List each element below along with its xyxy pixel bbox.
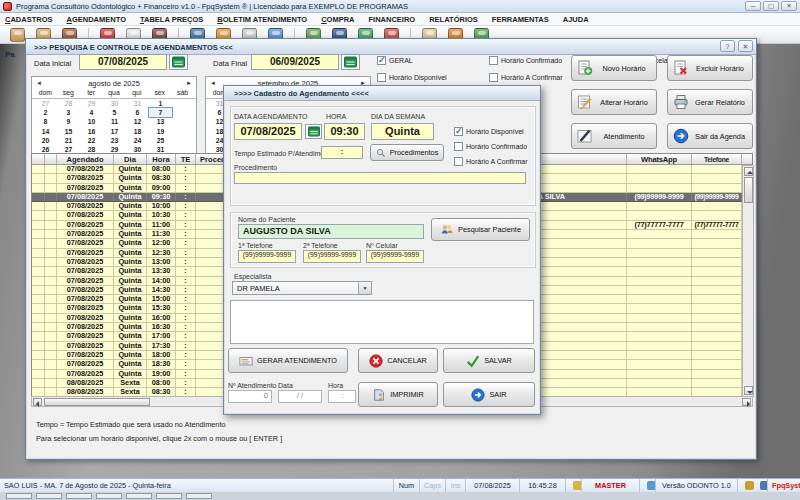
- calendar-day[interactable]: 10: [80, 117, 103, 126]
- vertical-scrollbar[interactable]: [742, 165, 754, 397]
- table-header-whatsapp: WhatsApp: [627, 154, 692, 164]
- data-inicial-calendar-button[interactable]: [169, 54, 188, 70]
- calendar-day[interactable]: 2: [34, 108, 57, 117]
- calendar-day[interactable]: 17: [103, 127, 126, 136]
- sair-da-agenda-button[interactable]: Sair da Agenda: [667, 123, 753, 149]
- menu-item-ajuda[interactable]: AJUDA: [563, 15, 589, 24]
- calendar-day[interactable]: 4: [80, 108, 103, 117]
- help-button[interactable]: ?: [720, 40, 735, 52]
- agenda-close-button[interactable]: ✕: [738, 40, 753, 52]
- scroll-thumb[interactable]: [44, 398, 150, 406]
- scroll-right-arrow[interactable]: [742, 398, 751, 406]
- data-final-field[interactable]: 06/09/2025: [251, 54, 339, 70]
- calendar-day[interactable]: 7: [149, 108, 172, 117]
- calendar-day[interactable]: 20: [34, 136, 57, 145]
- calendar-day[interactable]: 22: [80, 136, 103, 145]
- geral-checkbox[interactable]: [377, 56, 386, 65]
- imprimir-button[interactable]: IMPRIMIR: [358, 382, 438, 407]
- menu-item-relat-rios[interactable]: RELATÓRIOS: [429, 15, 478, 24]
- gerar-relat-rio-button[interactable]: Gerar Relatório: [667, 89, 753, 115]
- dialog-status-hor-rio-a-confirmar[interactable]: Horário A Confirmar: [454, 157, 527, 166]
- tel2-field[interactable]: (99)99999-9999: [303, 250, 361, 263]
- menu-item-compra[interactable]: COMPRA: [321, 15, 354, 24]
- menu-item-tabela-pre-os[interactable]: TABELA PREÇOS: [140, 15, 203, 24]
- table-cell: [45, 351, 57, 359]
- calendar-day[interactable]: 21: [57, 136, 80, 145]
- patient-icon[interactable]: [10, 28, 25, 42]
- hora-field[interactable]: 09:30: [324, 123, 365, 140]
- menu-item-agendamento[interactable]: AGENDAMENTO: [67, 15, 126, 24]
- menu-item-cadastros[interactable]: CADASTROS: [5, 15, 53, 24]
- scroll-down-arrow[interactable]: [744, 386, 753, 395]
- chevron-down-icon[interactable]: ▼: [358, 282, 371, 294]
- dialog-calendar-button[interactable]: [305, 124, 322, 139]
- novo-hor-rio-button[interactable]: Novo Horário: [571, 55, 657, 81]
- data-final-calendar-button[interactable]: [341, 54, 360, 70]
- hor-rio-dispon-vel-checkbox[interactable]: [454, 127, 463, 136]
- celular-field[interactable]: (99)99999-9999: [366, 250, 424, 263]
- next-month-arrow[interactable]: ►: [186, 80, 192, 86]
- scroll-left-arrow[interactable]: [33, 398, 42, 406]
- dialog-status-hor-rio-confirmado[interactable]: Horário Confirmado: [454, 142, 527, 151]
- sair-button[interactable]: SAIR: [443, 382, 535, 407]
- procedimento-field[interactable]: [234, 172, 526, 184]
- hor-rio-a-confirmar-checkbox[interactable]: [454, 157, 463, 166]
- excluir-hor-rio-button[interactable]: Excluir Horário: [667, 55, 753, 81]
- dialog-status-hor-rio-dispon-vel[interactable]: Horário Disponível: [454, 127, 524, 136]
- calendar-day[interactable]: 12: [126, 117, 149, 126]
- calendar-day[interactable]: 14: [34, 127, 57, 136]
- calendar-day[interactable]: 5: [103, 108, 126, 117]
- calendar-day[interactable]: 3: [57, 108, 80, 117]
- tempo-estimado-field[interactable]: :: [321, 146, 363, 159]
- filter-horario-disponivel[interactable]: Horário Disponível: [377, 73, 447, 82]
- calendar-day[interactable]: 28: [57, 99, 80, 108]
- menu-item-boletim-atendimento[interactable]: BOLETIM ATENDIMENTO: [217, 15, 307, 24]
- calendar-day[interactable]: 9: [57, 117, 80, 126]
- hor-rio-confirmado-checkbox[interactable]: [454, 142, 463, 151]
- calendar-day[interactable]: 31: [126, 99, 149, 108]
- horario-a-confirmar-checkbox[interactable]: [489, 73, 498, 82]
- strip-cell: [6, 493, 32, 499]
- salvar-button[interactable]: SALVAR: [443, 348, 535, 373]
- nome-paciente-field[interactable]: AUGUSTO DA SILVA: [238, 224, 424, 239]
- alterar-hor-rio-button[interactable]: Alterar Horário: [571, 89, 657, 115]
- horario-confirmado-checkbox[interactable]: [489, 56, 498, 65]
- atendimento-button[interactable]: Atendimento: [571, 123, 657, 149]
- tel1-field[interactable]: (99)99999-9999: [238, 250, 296, 263]
- procedimentos-button[interactable]: Procedimentos: [370, 144, 444, 161]
- pesquisar-paciente-button[interactable]: Pesquisar Paciente: [431, 218, 530, 241]
- calendar-day[interactable]: 18: [126, 127, 149, 136]
- filter-horario-confirmado[interactable]: Horário Confirmado: [489, 56, 562, 65]
- calendar-day[interactable]: 19: [149, 127, 172, 136]
- calendar-day[interactable]: 27: [34, 99, 57, 108]
- especialista-select[interactable]: DR PAMELA ▼: [232, 281, 372, 295]
- menu-item-financeiro[interactable]: FINANCEIRO: [369, 15, 416, 24]
- dia-da-semana-field[interactable]: Quinta: [371, 123, 434, 140]
- gerar-atendimento-button[interactable]: GERAR ATENDIMENTO: [228, 348, 348, 373]
- horario-disponivel-checkbox[interactable]: [377, 73, 386, 82]
- calendar-day[interactable]: 8: [34, 117, 57, 126]
- menu-item-ferramentas[interactable]: FERRAMENTAS: [492, 15, 549, 24]
- maximize-button[interactable]: ▢: [763, 1, 779, 11]
- calendar-day[interactable]: 24: [126, 136, 149, 145]
- calendar-day[interactable]: 23: [103, 136, 126, 145]
- calendar-day[interactable]: 1: [149, 99, 172, 108]
- data-inicial-field[interactable]: 07/08/2025: [79, 54, 167, 70]
- notes-box[interactable]: [230, 300, 534, 344]
- scroll-thumb[interactable]: [744, 177, 753, 203]
- calendar-day[interactable]: 15: [57, 127, 80, 136]
- calendar-day[interactable]: 30: [103, 99, 126, 108]
- calendar-day[interactable]: 16: [80, 127, 103, 136]
- minimize-button[interactable]: ─: [745, 1, 761, 11]
- close-button[interactable]: ✕: [781, 1, 797, 11]
- calendar-day[interactable]: 6: [126, 108, 149, 117]
- data-agendamento-field[interactable]: 07/08/2025: [234, 123, 302, 140]
- scroll-up-arrow[interactable]: [744, 167, 753, 176]
- calendar-day[interactable]: 29: [80, 99, 103, 108]
- filter-geral[interactable]: GERAL: [377, 56, 413, 65]
- filter-horario-a-confirmar[interactable]: Horário A Confirmar: [489, 73, 562, 82]
- calendar-day[interactable]: 25: [149, 136, 172, 145]
- cancelar-button[interactable]: CANCELAR: [358, 348, 438, 373]
- calendar-day[interactable]: 13: [149, 117, 172, 126]
- calendar-day[interactable]: 11: [103, 117, 126, 126]
